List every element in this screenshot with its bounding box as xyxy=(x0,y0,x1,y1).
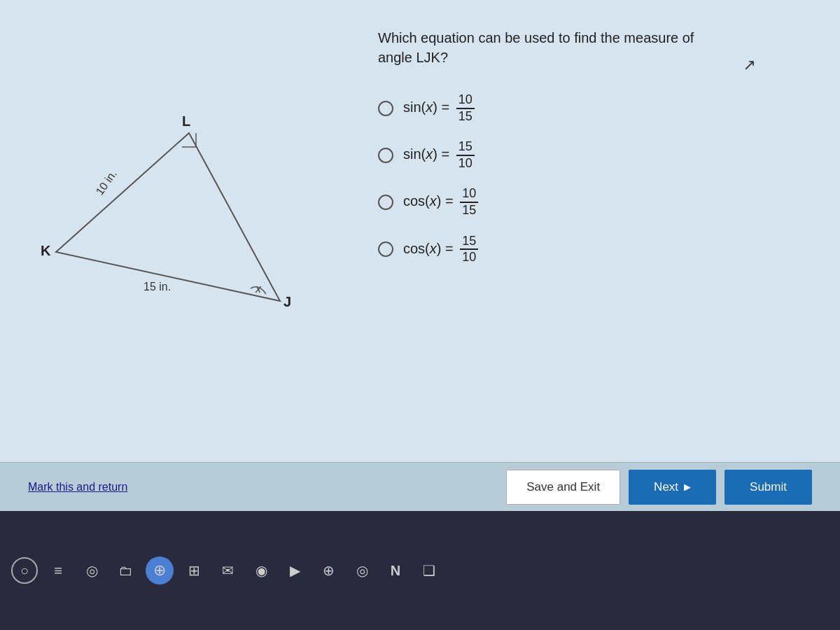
next-label: Next xyxy=(654,480,678,494)
fraction-d: 15 10 xyxy=(460,234,478,265)
answer-options: sin(x) = 10 15 sin(x) = 15 10 xyxy=(378,92,812,265)
fraction-c-num: 10 xyxy=(460,186,478,203)
svg-text:L: L xyxy=(182,113,190,129)
fraction-b: 15 10 xyxy=(456,139,475,171)
mark-return-link[interactable]: Mark this and return xyxy=(28,481,127,493)
taskbar-circle-icon[interactable]: ○ xyxy=(11,557,38,584)
taskbar-onenote-icon[interactable]: ❑ xyxy=(416,557,442,584)
geometry-diagram: L K J 10 in. 15 in. x xyxy=(35,112,329,350)
radio-a[interactable] xyxy=(378,101,393,116)
taskbar: ○ ≡ ◎ 🗀 ⊕ ⊞ ✉ ◉ ▶ ⊕ ◎ N ❑ xyxy=(0,511,840,630)
next-button[interactable]: Next xyxy=(629,470,716,505)
footer-buttons: Save and Exit Next Submit xyxy=(506,470,812,505)
left-panel: L K J 10 in. 15 in. x xyxy=(0,0,364,462)
option-b-row[interactable]: sin(x) = 15 10 xyxy=(378,139,812,171)
fraction-d-den: 10 xyxy=(460,250,478,265)
taskbar-discord-icon[interactable]: ◉ xyxy=(248,557,274,584)
svg-marker-0 xyxy=(56,133,280,301)
fraction-a-num: 10 xyxy=(456,92,475,109)
taskbar-n-icon[interactable]: N xyxy=(382,557,409,584)
option-b-label: sin(x) = 15 10 xyxy=(403,139,475,171)
svg-text:15 in.: 15 in. xyxy=(144,281,171,293)
svg-text:K: K xyxy=(41,243,51,258)
radio-b[interactable] xyxy=(378,148,393,163)
taskbar-plus-icon[interactable]: ⊕ xyxy=(315,557,342,584)
taskbar-files-icon[interactable]: 🗀 xyxy=(112,557,139,584)
option-a-row[interactable]: sin(x) = 10 15 xyxy=(378,92,812,124)
fraction-a: 10 15 xyxy=(456,92,475,124)
option-d-row[interactable]: cos(x) = 15 10 xyxy=(378,234,812,265)
submit-button[interactable]: Submit xyxy=(724,470,812,505)
fraction-b-num: 15 xyxy=(456,139,475,156)
taskbar-grid-icon[interactable]: ⊞ xyxy=(181,557,207,584)
question-line2: angle LJK? xyxy=(378,50,448,65)
taskbar-mail-icon[interactable]: ✉ xyxy=(214,557,241,584)
fraction-c-den: 15 xyxy=(460,203,478,218)
footer-bar: Mark this and return Save and Exit Next … xyxy=(0,462,840,511)
fraction-b-den: 10 xyxy=(456,156,475,172)
option-a-label: sin(x) = 10 15 xyxy=(403,92,475,124)
taskbar-chrome-icon[interactable]: ⊕ xyxy=(146,556,174,584)
taskbar-settings-icon[interactable]: ◎ xyxy=(349,557,375,584)
triangle-svg: L K J 10 in. 15 in. x xyxy=(35,112,329,336)
radio-d[interactable] xyxy=(378,241,393,257)
option-c-label: cos(x) = 10 15 xyxy=(403,186,478,218)
right-panel: Which equation can be used to find the m… xyxy=(364,0,840,462)
cursor-icon: ↖ xyxy=(743,56,756,74)
fraction-c: 10 15 xyxy=(460,186,478,218)
taskbar-menu-icon[interactable]: ≡ xyxy=(45,557,71,584)
option-c-row[interactable]: cos(x) = 10 15 xyxy=(378,186,812,218)
taskbar-search-icon[interactable]: ◎ xyxy=(78,557,105,584)
svg-text:10 in.: 10 in. xyxy=(94,168,119,197)
fraction-a-den: 15 xyxy=(456,109,475,125)
fraction-d-num: 15 xyxy=(460,234,478,251)
radio-c[interactable] xyxy=(378,195,393,210)
main-content: L K J 10 in. 15 in. x Which equation can… xyxy=(0,0,840,462)
question-line1: Which equation can be used to find the m… xyxy=(378,30,694,46)
taskbar-play-icon[interactable]: ▶ xyxy=(281,557,308,584)
svg-text:J: J xyxy=(284,294,291,309)
save-exit-button[interactable]: Save and Exit xyxy=(506,470,620,505)
option-d-label: cos(x) = 15 10 xyxy=(403,234,478,265)
